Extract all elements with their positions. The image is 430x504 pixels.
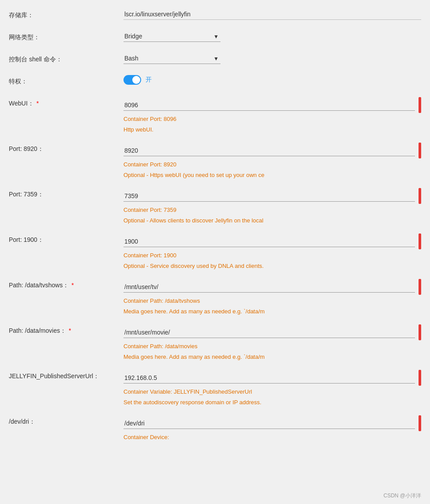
port1900-hint1: Container Port: 1900 — [123, 251, 421, 260]
movies-row: Path: /data/movies： * Container Path: /d… — [0, 320, 430, 365]
toggle-on-label: 开 — [146, 76, 152, 84]
webui-input[interactable] — [123, 100, 415, 111]
webui-row: WebUI： * Container Port: 8096 Http webUI… — [0, 93, 430, 138]
tvshows-input[interactable] — [123, 282, 415, 293]
tvshows-required: * — [70, 282, 74, 289]
port1900-indicator — [419, 233, 421, 249]
devdri-hint1: Container Device: — [123, 433, 421, 442]
port8920-input-wrapper — [123, 143, 421, 158]
port7359-row: Port: 7359： Container Port: 7359 Optiona… — [0, 184, 430, 229]
repository-right: lscr.io/linuxserver/jellyfin — [123, 9, 421, 21]
jellyfin-indicator — [419, 370, 421, 386]
movies-required: * — [67, 327, 71, 334]
port7359-label: Port: 7359： — [9, 188, 123, 199]
devdri-indicator — [419, 415, 421, 431]
jellyfin-input[interactable] — [123, 372, 415, 384]
devdri-right: Container Device: — [123, 415, 421, 442]
devdri-input[interactable] — [123, 418, 415, 429]
shell-right: Bash sh ash ▼ — [123, 53, 421, 64]
jellyfin-input-wrapper — [123, 370, 421, 386]
network-right: Bridge Host None ▼ — [123, 31, 421, 42]
port1900-row: Port: 1900： Container Port: 1900 Optiona… — [0, 229, 430, 275]
port8920-hint1: Container Port: 8920 — [123, 160, 421, 169]
jellyfin-hint1: Container Variable: JELLYFIN_PublishedSe… — [123, 387, 421, 396]
jellyfin-label: JELLYFIN_PublishedServerUrl： — [9, 370, 123, 380]
tvshows-hint1: Container Path: /data/tvshows — [123, 297, 421, 305]
page: 存储库： lscr.io/linuxserver/jellyfin 网络类型： … — [0, 0, 430, 504]
movies-label: Path: /data/movies： * — [9, 324, 123, 335]
port7359-input[interactable] — [123, 191, 415, 202]
movies-indicator — [419, 324, 421, 340]
movies-input-wrapper — [123, 324, 421, 340]
shell-label: 控制台 shell 命令： — [9, 53, 123, 64]
privilege-toggle-row: 开 — [123, 75, 421, 85]
repository-value: lscr.io/linuxserver/jellyfin — [123, 9, 421, 20]
port8920-label: Port: 8920： — [9, 143, 123, 153]
port8920-row: Port: 8920： Container Port: 8920 Optiona… — [0, 138, 430, 184]
privilege-label: 特权： — [9, 75, 123, 86]
tvshows-label: Path: /data/tvshows： * — [9, 279, 123, 290]
devdri-input-wrapper — [123, 415, 421, 431]
webui-input-wrapper — [123, 97, 421, 113]
toggle-knob — [132, 76, 140, 84]
port8920-indicator — [419, 143, 421, 158]
jellyfin-hint2: Set the autodiscovery response domain or… — [123, 398, 421, 407]
webui-indicator — [419, 97, 421, 113]
devdri-label: /dev/dri： — [9, 415, 123, 426]
movies-right: Container Path: /data/movies Media goes … — [123, 324, 421, 361]
movies-hint2: Media goes here. Add as many as needed e… — [123, 353, 421, 361]
port1900-input-wrapper — [123, 233, 421, 249]
watermark: CSDN @小洋洋 — [383, 492, 421, 500]
network-row: 网络类型： Bridge Host None ▼ — [0, 26, 430, 49]
network-label: 网络类型： — [9, 31, 123, 41]
privilege-toggle[interactable] — [123, 75, 141, 85]
port8920-hint2: Optional - Https webUI (you need to set … — [123, 171, 421, 180]
repository-row: 存储库： lscr.io/linuxserver/jellyfin — [0, 4, 430, 26]
jellyfin-row: JELLYFIN_PublishedServerUrl： Container V… — [0, 365, 430, 411]
port7359-hint1: Container Port: 7359 — [123, 206, 421, 214]
shell-select-wrapper[interactable]: Bash sh ash ▼ — [123, 53, 221, 64]
tvshows-row: Path: /data/tvshows： * Container Path: /… — [0, 275, 430, 320]
devdri-row: /dev/dri： Container Device: — [0, 411, 430, 446]
privilege-row: 特权： 开 — [0, 71, 430, 93]
form-container: 存储库： lscr.io/linuxserver/jellyfin 网络类型： … — [0, 0, 430, 451]
port7359-hint2: Optional - Allows clients to discover Je… — [123, 216, 421, 225]
shell-select[interactable]: Bash sh ash — [123, 53, 221, 64]
tvshows-input-wrapper — [123, 279, 421, 295]
webui-required: * — [35, 100, 39, 107]
port7359-right: Container Port: 7359 Optional - Allows c… — [123, 188, 421, 225]
network-select[interactable]: Bridge Host None — [123, 31, 221, 42]
port1900-right: Container Port: 1900 Optional - Service … — [123, 233, 421, 270]
network-select-wrapper[interactable]: Bridge Host None ▼ — [123, 31, 221, 42]
port7359-input-wrapper — [123, 188, 421, 204]
port1900-hint2: Optional - Service discovery used by DNL… — [123, 262, 421, 271]
shell-row: 控制台 shell 命令： Bash sh ash ▼ — [0, 49, 430, 71]
tvshows-right: Container Path: /data/tvshows Media goes… — [123, 279, 421, 316]
webui-right: Container Port: 8096 Http webUI. — [123, 97, 421, 134]
webui-label: WebUI： * — [9, 97, 123, 108]
movies-input[interactable] — [123, 327, 415, 338]
repository-label: 存储库： — [9, 9, 123, 19]
port1900-input[interactable] — [123, 236, 415, 247]
tvshows-hint2: Media goes here. Add as many as needed e… — [123, 307, 421, 316]
movies-hint1: Container Path: /data/movies — [123, 342, 421, 351]
webui-hint2: Http webUI. — [123, 125, 421, 134]
webui-hint1: Container Port: 8096 — [123, 115, 421, 124]
port7359-indicator — [419, 188, 421, 204]
port8920-right: Container Port: 8920 Optional - Https we… — [123, 143, 421, 179]
port8920-input[interactable] — [123, 145, 415, 156]
port1900-label: Port: 1900： — [9, 233, 123, 244]
jellyfin-right: Container Variable: JELLYFIN_PublishedSe… — [123, 370, 421, 406]
privilege-right: 开 — [123, 75, 421, 85]
tvshows-indicator — [419, 279, 421, 295]
